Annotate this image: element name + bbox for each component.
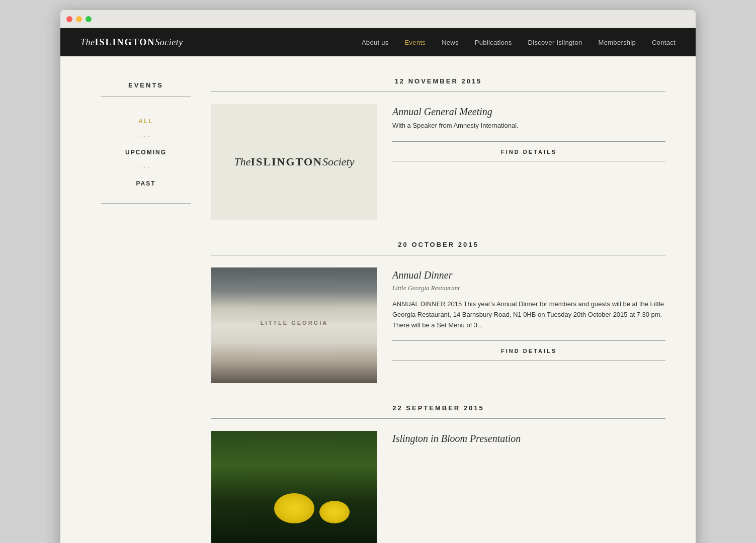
sidebar-link-all[interactable]: ALL xyxy=(138,112,153,131)
event-title-3: Islington in Bloom Presentation xyxy=(392,433,665,444)
sidebar-dots-2: ··· xyxy=(140,162,152,174)
event-date-1: 12 NOVEMBER 2015 xyxy=(395,77,482,85)
event-section-1: 12 NOVEMBER 2015 TheISLINGTONSociety Ann… xyxy=(211,76,665,220)
event-image-3 xyxy=(211,431,377,543)
browser-chrome xyxy=(60,10,696,28)
events-content: 12 NOVEMBER 2015 TheISLINGTONSociety Ann… xyxy=(211,71,665,543)
find-details-2[interactable]: FIND DETAILS xyxy=(392,340,665,360)
sidebar-dots-1: ··· xyxy=(140,131,152,143)
event-date-2: 20 OCTOBER 2015 xyxy=(398,241,478,248)
nav-links: About us Events News Publications Discov… xyxy=(362,38,676,47)
nav-link-publications[interactable]: Publications xyxy=(475,39,512,46)
nav-link-about-us[interactable]: About us xyxy=(362,39,389,46)
event-image-2 xyxy=(211,267,377,383)
event-row-3: Islington in Bloom Presentation xyxy=(211,431,665,543)
event-description-2: ANNUAL DINNER 2015 This year's Annual Di… xyxy=(392,299,665,330)
nav-item-contact[interactable]: Contact xyxy=(652,38,676,47)
nav-item-discover[interactable]: Discover Islington xyxy=(528,38,582,47)
browser-close-button[interactable] xyxy=(66,16,72,22)
nav-item-membership[interactable]: Membership xyxy=(599,38,636,47)
find-details-link-2[interactable]: FIND DETAILS xyxy=(501,348,557,354)
event-title-1: Annual General Meeting xyxy=(392,106,665,118)
events-sidebar: EVENTS ALL ··· UPCOMING ··· PAST xyxy=(101,71,191,543)
event-description-1: With a Speaker from Amnesty Internationa… xyxy=(392,121,665,131)
logo-the: The xyxy=(80,37,95,47)
site-nav: TheISLINGTONSociety About us Events News… xyxy=(60,28,696,56)
logo-society: Society xyxy=(155,37,183,47)
nav-item-events[interactable]: Events xyxy=(405,38,426,47)
nav-link-events[interactable]: Events xyxy=(405,39,426,46)
nav-item-news[interactable]: News xyxy=(442,38,459,47)
find-details-link-1[interactable]: FIND DETAILS xyxy=(501,149,557,155)
find-details-1[interactable]: FIND DETAILS xyxy=(392,141,665,161)
event-date-3: 22 SEPTEMBER 2015 xyxy=(392,404,484,412)
event-date-header-1: 12 NOVEMBER 2015 xyxy=(211,76,665,92)
site-logo[interactable]: TheISLINGTONSociety xyxy=(80,37,183,48)
nav-link-discover[interactable]: Discover Islington xyxy=(528,39,582,46)
sidebar-bottom-line xyxy=(101,203,191,204)
sidebar-link-upcoming[interactable]: UPCOMING xyxy=(125,143,166,162)
browser-maximize-button[interactable] xyxy=(86,16,92,22)
nav-link-membership[interactable]: Membership xyxy=(599,39,636,46)
nav-link-news[interactable]: News xyxy=(442,39,459,46)
nav-link-contact[interactable]: Contact xyxy=(652,39,676,46)
event-info-3: Islington in Bloom Presentation xyxy=(392,431,665,543)
event-subtitle-2: Little Georgia Restaurant xyxy=(392,284,665,292)
event-image-1: TheISLINGTONSociety xyxy=(211,104,377,220)
event-info-1: Annual General Meeting With a Speaker fr… xyxy=(392,104,665,220)
sidebar-link-past[interactable]: PAST xyxy=(136,174,155,193)
event-date-header-2: 20 OCTOBER 2015 xyxy=(211,240,665,255)
event-row-1: TheISLINGTONSociety Annual General Meeti… xyxy=(211,104,665,220)
event-photo-bloom xyxy=(211,431,377,543)
logo-islington: ISLINGTON xyxy=(95,37,155,47)
sidebar-title: EVENTS xyxy=(101,81,191,97)
event-info-2: Annual Dinner Little Georgia Restaurant … xyxy=(392,267,665,383)
event-row-2: Annual Dinner Little Georgia Restaurant … xyxy=(211,267,665,383)
event-logo: TheISLINGTONSociety xyxy=(234,155,355,168)
event-image-placeholder-1: TheISLINGTONSociety xyxy=(211,104,377,220)
event-section-3: 22 SEPTEMBER 2015 Islington in Bloom Pre… xyxy=(211,403,665,543)
event-title-2: Annual Dinner xyxy=(392,269,665,281)
browser-minimize-button[interactable] xyxy=(76,16,82,22)
nav-item-publications[interactable]: Publications xyxy=(475,38,512,47)
event-section-2: 20 OCTOBER 2015 Annual Dinner Little Geo… xyxy=(211,240,665,383)
nav-item-about-us[interactable]: About us xyxy=(362,38,389,47)
event-photo-georgia xyxy=(211,267,377,383)
main-content: EVENTS ALL ··· UPCOMING ··· PAST 12 NOVE… xyxy=(60,56,696,543)
sidebar-nav: ALL ··· UPCOMING ··· PAST xyxy=(101,112,191,193)
event-date-header-3: 22 SEPTEMBER 2015 xyxy=(211,403,665,419)
browser-window: TheISLINGTONSociety About us Events News… xyxy=(60,10,696,543)
